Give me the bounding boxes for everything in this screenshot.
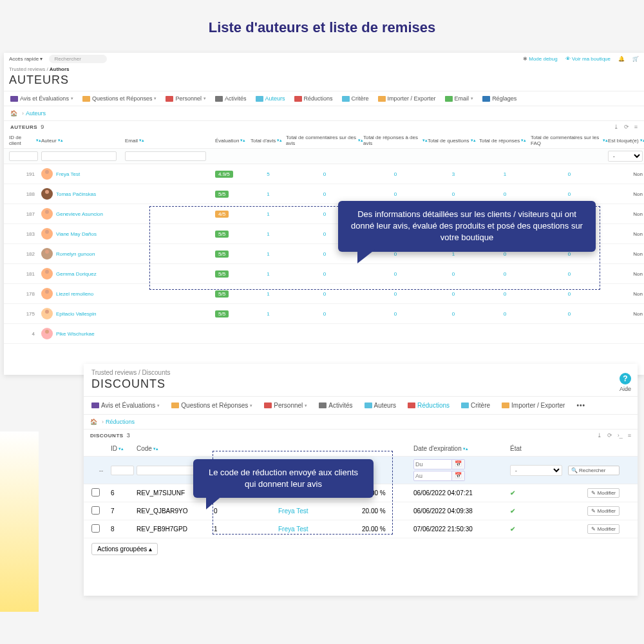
- cell-answers: 0: [479, 191, 531, 197]
- cell-id: 178: [9, 291, 41, 297]
- search-button[interactable]: 🔍 Rechercher: [568, 466, 620, 475]
- cell-code: REV_FB9H7GPD: [137, 526, 214, 533]
- cell-questions: 3: [428, 171, 479, 177]
- home-icon[interactable]: 🏠: [90, 419, 97, 425]
- tab-criteria[interactable]: Critère: [461, 402, 490, 409]
- cell-author[interactable]: Epitacio Vallespin: [41, 308, 125, 319]
- filter-author[interactable]: [41, 151, 117, 161]
- sql2-icon[interactable]: ≡: [628, 432, 631, 439]
- row-checkbox[interactable]: [91, 488, 100, 497]
- help-button[interactable]: ?Aide: [620, 373, 631, 392]
- list-count: AUTEURS 9: [10, 124, 44, 130]
- table-row: 175 Epitacio Vallespin 5/5 1 0 0 0 0 0 N…: [4, 304, 644, 324]
- filter-row: - 🔍 Rechercher: [4, 149, 644, 164]
- quick-access-menu[interactable]: Accès rapide ▾: [9, 56, 43, 62]
- global-search-input[interactable]: Rechercher: [49, 55, 107, 63]
- cell-id: 188: [9, 191, 41, 197]
- debug-toggle[interactable]: ✱ Mode debug: [523, 56, 558, 62]
- tab-import[interactable]: Importer / Exporter: [502, 402, 565, 409]
- avatar: [41, 248, 53, 260]
- tab-qa[interactable]: Questions et Réponses▾: [82, 95, 157, 102]
- tab-criteria[interactable]: Critère: [342, 95, 369, 102]
- tab-authors[interactable]: Auteurs: [365, 402, 396, 409]
- refresh-icon[interactable]: ⟳: [607, 432, 612, 439]
- cell-rating: 5/5: [215, 291, 251, 297]
- cell-author[interactable]: Romelyn gunoon: [41, 248, 125, 260]
- cell-blocked: Non: [608, 171, 644, 177]
- filter-date-to[interactable]: [413, 471, 452, 481]
- cell-author[interactable]: Freya Test: [41, 168, 125, 180]
- refresh-icon[interactable]: ⟳: [624, 124, 629, 130]
- filter-blocked[interactable]: -: [608, 151, 643, 162]
- bell-icon[interactable]: 🔔: [618, 56, 625, 62]
- filter-date-from[interactable]: [413, 459, 452, 469]
- filter-email[interactable]: [125, 151, 206, 161]
- export-icon[interactable]: ⤓: [597, 432, 602, 439]
- cell-id: 181: [9, 271, 41, 277]
- cell-author[interactable]: Liezel remolleno: [41, 288, 125, 299]
- tab-discounts[interactable]: Réductions: [294, 95, 333, 102]
- cart-icon[interactable]: 🛒: [632, 56, 639, 62]
- export-icon[interactable]: ⤓: [614, 124, 619, 130]
- bulk-actions-button[interactable]: Actions groupées ▴: [91, 543, 158, 555]
- edit-button[interactable]: ✎ Modifier: [587, 488, 620, 498]
- cell-reviews: 5: [251, 171, 286, 177]
- cell-id: 182: [9, 251, 41, 257]
- page-heading: DISCOUNTS: [84, 376, 638, 396]
- breadcrumb: Trusted reviews / Discounts: [84, 364, 638, 376]
- cell-author[interactable]: Genevieve Asuncion: [41, 208, 125, 220]
- cell-author[interactable]: Viane May Daños: [41, 228, 125, 240]
- cell-replies: 0: [363, 291, 428, 297]
- home-icon[interactable]: 🏠: [10, 110, 17, 117]
- row-checkbox[interactable]: [91, 524, 100, 533]
- cell-replies: 0: [363, 191, 428, 197]
- cell-faq: 0: [531, 311, 608, 317]
- cell-comments: 0: [286, 171, 363, 177]
- tab-settings[interactable]: Réglages: [482, 95, 516, 102]
- tab-authors[interactable]: Auteurs: [256, 95, 285, 102]
- cell-rating: 5/5: [215, 191, 251, 197]
- cell-faq: 0: [531, 171, 608, 177]
- avatar: [41, 268, 53, 279]
- cell-blocked: Non: [608, 251, 644, 257]
- cell-questions: 0: [428, 311, 479, 317]
- tab-discounts[interactable]: Réductions: [408, 402, 450, 409]
- calendar-icon[interactable]: 📅: [452, 459, 465, 469]
- tab-more[interactable]: •••: [576, 402, 585, 409]
- cell-author[interactable]: Gemma Doriquez: [41, 268, 125, 279]
- cell-date: 06/06/2022 04:09:38: [413, 507, 510, 515]
- cell-id: 6: [111, 489, 137, 497]
- calendar-icon[interactable]: 📅: [452, 471, 465, 481]
- tab-activities[interactable]: Activités: [215, 95, 247, 102]
- breadcrumb: Trusted reviews / Authors: [4, 65, 644, 73]
- cell-author[interactable]: Pike Wischurkae: [41, 328, 125, 339]
- cell-questions: 0: [428, 191, 479, 197]
- view-shop-link[interactable]: 👁 Voir ma boutique: [565, 56, 611, 62]
- cell-author[interactable]: Tomas Pačinskas: [41, 188, 125, 200]
- list-count: DISCOUNTS 3: [90, 432, 130, 439]
- tab-import[interactable]: Importer / Exporter: [378, 95, 436, 102]
- edit-button[interactable]: ✎ Modifier: [587, 506, 620, 516]
- edit-button[interactable]: ✎ Modifier: [587, 524, 620, 534]
- filter-id[interactable]: [111, 466, 134, 475]
- tab-staff[interactable]: Personnel▾: [264, 402, 307, 409]
- annotation-callout: Le code de réduction envoyé aux clients …: [193, 459, 374, 498]
- tab-activities[interactable]: Activités: [319, 402, 352, 409]
- row-checkbox[interactable]: [91, 506, 100, 515]
- tab-reviews[interactable]: Avis et Évaluations▾: [10, 95, 73, 102]
- cell-date: 06/06/2022 04:07:21: [413, 489, 510, 497]
- filter-state[interactable]: -: [510, 465, 562, 476]
- cell-blocked: Non: [608, 211, 644, 217]
- sql-icon[interactable]: ›_: [618, 432, 623, 439]
- tab-staff[interactable]: Personnel▾: [166, 95, 206, 102]
- tab-email[interactable]: Email▾: [445, 95, 474, 102]
- tab-reviews[interactable]: Avis et Évaluations▾: [91, 402, 160, 409]
- cell-comments: 0: [286, 291, 363, 297]
- sql-icon[interactable]: ≡: [634, 124, 638, 130]
- page-heading: AUTEURS: [4, 73, 644, 91]
- cell-answers: 0: [479, 291, 531, 297]
- filter-id[interactable]: [9, 151, 38, 161]
- cell-reviews: 1: [251, 191, 286, 197]
- avatar: [41, 188, 53, 200]
- tab-qa[interactable]: Questions et Réponses▾: [171, 402, 252, 409]
